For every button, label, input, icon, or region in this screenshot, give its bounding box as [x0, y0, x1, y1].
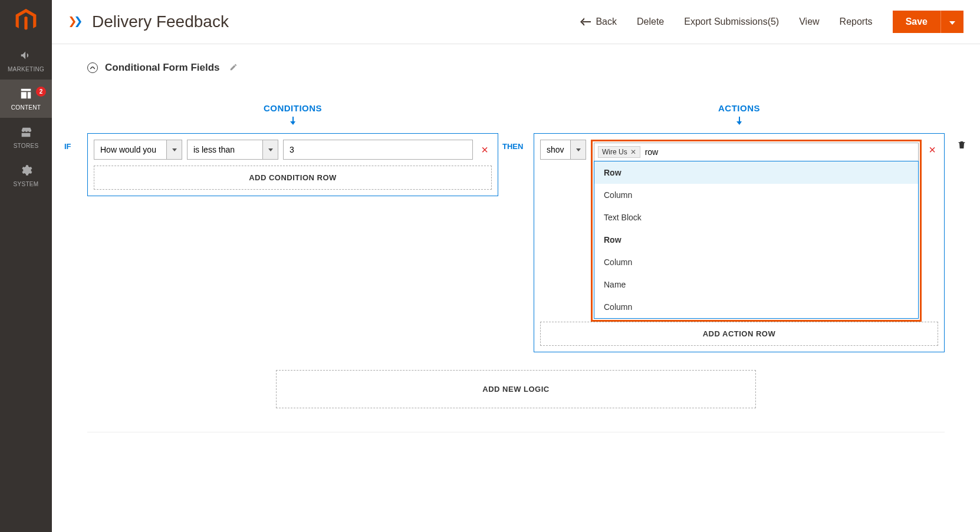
action-target-input-wrap[interactable]: Wire Us ✕ — [594, 143, 919, 161]
condition-value-input[interactable] — [283, 140, 473, 160]
tag-chip-label: Wire Us — [602, 148, 627, 156]
chevron-down-icon[interactable] — [262, 140, 278, 159]
then-label: THEN — [502, 142, 523, 151]
dropdown-item[interactable]: Column — [594, 251, 918, 273]
page-header: Delivery Feedback Back Delete Export Sub… — [52, 0, 980, 44]
chevron-down-icon[interactable] — [570, 140, 586, 159]
megaphone-icon — [19, 48, 33, 62]
dropdown-item[interactable]: Row — [594, 161, 918, 184]
arrow-left-icon — [580, 18, 591, 26]
edit-icon[interactable] — [229, 63, 238, 73]
page-title: Delivery Feedback — [92, 12, 572, 31]
add-new-logic-button[interactable]: ADD NEW LOGIC — [276, 370, 756, 408]
magento-logo-icon — [15, 9, 37, 32]
remove-action-icon[interactable]: × — [926, 143, 938, 157]
condition-field-input[interactable] — [94, 140, 166, 159]
stores-icon — [19, 125, 33, 139]
dropdown-item[interactable]: Column — [594, 296, 918, 318]
export-button[interactable]: Export Submissions(5) — [684, 16, 779, 27]
actions-panel: ACTIONS THEN — [534, 103, 945, 352]
dropdown-item[interactable]: Column — [594, 184, 918, 206]
gear-icon — [19, 163, 33, 177]
brand-icon — [68, 14, 84, 29]
sidebar: MARKETING CONTENT 2 STORES SYSTEM — [0, 0, 52, 450]
section-title: Conditional Form Fields — [105, 62, 220, 74]
dropdown-item[interactable]: Row — [594, 229, 918, 251]
delete-button[interactable]: Delete — [637, 16, 664, 27]
magento-logo[interactable] — [0, 0, 52, 41]
condition-row: × — [94, 140, 492, 160]
sidebar-item-content[interactable]: CONTENT 2 — [0, 80, 52, 118]
remove-condition-icon[interactable]: × — [478, 143, 492, 157]
sidebar-item-stores[interactable]: STORES — [0, 118, 52, 156]
dropdown-item[interactable]: Text Block — [594, 206, 918, 229]
action-type-select[interactable] — [540, 140, 586, 160]
chevron-down-icon[interactable] — [166, 140, 182, 159]
back-label: Back — [596, 16, 617, 27]
conditions-header: CONDITIONS — [87, 103, 498, 113]
content-icon — [19, 87, 33, 101]
action-row: Wire Us ✕ Row Column Text Block — [540, 140, 938, 322]
sidebar-item-label: STORES — [14, 143, 39, 149]
condition-operator-input[interactable] — [188, 140, 262, 159]
actions-box: THEN — [534, 133, 945, 352]
save-button[interactable]: Save — [893, 11, 940, 33]
reports-button[interactable]: Reports — [840, 16, 873, 27]
tag-chip: Wire Us ✕ — [598, 146, 640, 158]
trash-icon[interactable] — [957, 140, 966, 152]
add-action-row-button[interactable]: ADD ACTION ROW — [540, 322, 938, 346]
action-target-dropdown: Row Column Text Block Row Column Name Co… — [594, 161, 919, 319]
condition-field-select[interactable] — [94, 140, 182, 160]
conditions-panel: CONDITIONS IF — [87, 103, 498, 352]
back-button[interactable]: Back — [580, 16, 617, 27]
sidebar-item-system[interactable]: SYSTEM — [0, 156, 52, 194]
action-target-search-input[interactable] — [643, 146, 915, 158]
condition-operator-select[interactable] — [187, 140, 278, 160]
dropdown-item[interactable]: Name — [594, 273, 918, 296]
arrow-down-icon — [87, 117, 498, 127]
tag-remove-icon[interactable]: ✕ — [630, 148, 636, 156]
section-header: Conditional Form Fields — [87, 62, 945, 74]
chevron-down-icon — [949, 21, 955, 25]
actions-header: ACTIONS — [534, 103, 945, 113]
save-dropdown-button[interactable] — [940, 11, 963, 33]
sidebar-item-label: CONTENT — [11, 104, 41, 111]
sidebar-item-label: SYSTEM — [14, 181, 39, 187]
sidebar-item-label: MARKETING — [8, 66, 44, 72]
add-condition-row-button[interactable]: ADD CONDITION ROW — [94, 166, 492, 190]
conditions-box: IF × ADD CONDITION ROW — [87, 133, 498, 196]
if-label: IF — [64, 142, 71, 151]
collapse-icon[interactable] — [87, 62, 98, 73]
action-target-outline: Wire Us ✕ Row Column Text Block — [591, 140, 922, 322]
sidebar-item-marketing[interactable]: MARKETING — [0, 41, 52, 80]
notification-badge: 2 — [36, 87, 46, 97]
arrow-down-icon — [534, 117, 945, 127]
view-button[interactable]: View — [799, 16, 819, 27]
action-type-input[interactable] — [541, 140, 570, 159]
